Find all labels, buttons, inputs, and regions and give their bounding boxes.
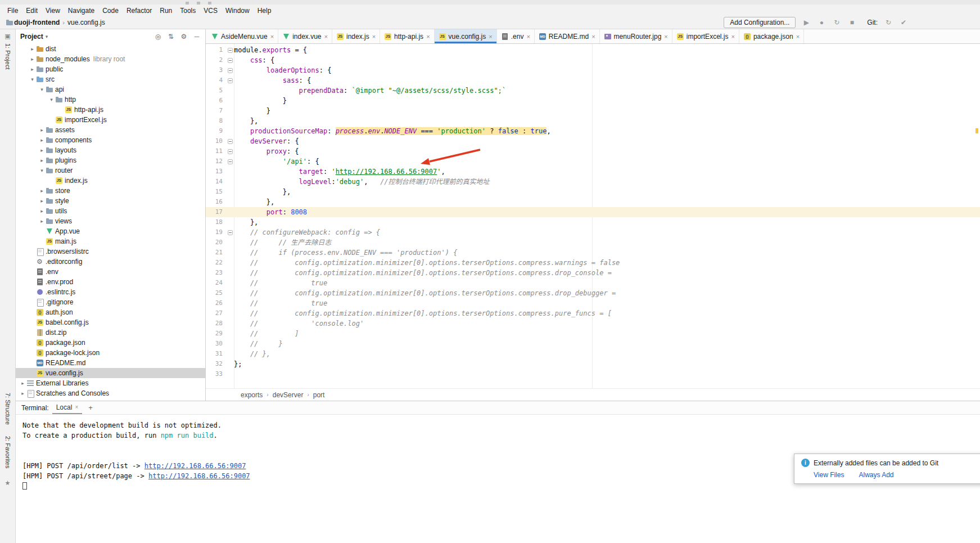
line-number[interactable]: 31: [206, 349, 226, 359]
close-icon[interactable]: ×: [75, 404, 78, 410]
line-number[interactable]: 9: [206, 126, 226, 136]
tree-item-node-modules[interactable]: ▸node_moduleslibrary root: [16, 54, 205, 64]
line-number[interactable]: 21: [206, 248, 226, 258]
tab-importexcel-js[interactable]: importExcel.js×: [672, 29, 739, 43]
terminal-link[interactable]: http://192.168.66.56:9007: [144, 462, 246, 470]
tab-menurouter-jpg[interactable]: menuRouter.jpg×: [600, 29, 672, 43]
code-line[interactable]: 25 // config.optimization.minimizer[0].o…: [206, 288, 980, 298]
view-files-link[interactable]: View Files: [814, 471, 844, 479]
line-number[interactable]: 28: [206, 318, 226, 329]
menu-tools[interactable]: Tools: [176, 6, 200, 16]
tree-item-http[interactable]: ▾http: [16, 95, 205, 105]
tab-package-json[interactable]: package.json×: [739, 29, 804, 43]
line-number[interactable]: 20: [206, 237, 226, 248]
code-line[interactable]: 16 },: [206, 197, 980, 207]
menu-window[interactable]: Window: [222, 6, 254, 16]
code-line[interactable]: 28 // 'console.log': [206, 318, 980, 329]
code-line[interactable]: 14 logLevel:'debug', //控制台终端打印代理前的真实地址: [206, 177, 980, 187]
git-commit-icon[interactable]: ✔: [899, 19, 908, 26]
close-icon[interactable]: ×: [372, 33, 376, 40]
tree-item-scratches-and-consoles[interactable]: ▸Scratches and Consoles: [16, 388, 205, 398]
tree-item-app-vue[interactable]: App.vue: [16, 226, 205, 236]
tree-item-views[interactable]: ▸views: [16, 216, 205, 226]
tree-item-public[interactable]: ▸public: [16, 64, 205, 74]
line-number[interactable]: 27: [206, 308, 226, 318]
line-number[interactable]: 32: [206, 359, 226, 369]
tree-item-env[interactable]: .env: [16, 267, 205, 277]
menu-help[interactable]: Help: [254, 6, 276, 16]
code-line[interactable]: 26 // true: [206, 298, 980, 308]
code-line[interactable]: 11 proxy: {: [206, 146, 980, 156]
tree-item-utils[interactable]: ▸utils: [16, 206, 205, 216]
code-line[interactable]: 30 // }: [206, 339, 980, 349]
tree-item-editorconfig[interactable]: .editorconfig: [16, 257, 205, 267]
terminal-title[interactable]: Terminal:: [21, 404, 49, 412]
close-icon[interactable]: ×: [324, 33, 328, 40]
tab-vue-config-js[interactable]: vue.config.js×: [435, 29, 497, 43]
close-icon[interactable]: ×: [489, 33, 492, 40]
collapsed-arrow-icon[interactable]: ▸: [38, 137, 46, 143]
tree-item-src[interactable]: ▾src: [16, 74, 205, 84]
breadcrumb-devserver[interactable]: devServer: [273, 391, 304, 399]
collapsed-arrow-icon[interactable]: ▸: [38, 208, 46, 214]
tab-http-api-js[interactable]: http-api.js×: [380, 29, 434, 43]
breadcrumb-file[interactable]: vue.config.js: [67, 19, 105, 26]
menu-refactor[interactable]: Refactor: [123, 6, 156, 16]
refresh-icon[interactable]: ↻: [832, 19, 841, 26]
fold-icon[interactable]: [226, 45, 234, 55]
line-number[interactable]: 14: [206, 177, 226, 187]
code-line[interactable]: 19 // configureWebpack: config => {: [206, 227, 980, 237]
menu-vcs[interactable]: VCS: [200, 6, 222, 16]
code-line[interactable]: 17 port: 8008: [206, 207, 980, 217]
tab-index-vue[interactable]: index.vue×: [278, 29, 332, 43]
code-line[interactable]: 12 '/api': {: [206, 156, 980, 167]
line-number[interactable]: 3: [206, 65, 226, 75]
code-line[interactable]: 2 css: {: [206, 55, 980, 65]
code-line[interactable]: 23 // config.optimization.minimizer[0].o…: [206, 268, 980, 278]
code-line[interactable]: 5 prependData: `@import "~@/assets/scss/…: [206, 86, 980, 96]
tree-item-store[interactable]: ▸store: [16, 186, 205, 196]
tab-index-js[interactable]: index.js×: [332, 29, 380, 43]
git-update-icon[interactable]: ↻: [884, 19, 893, 26]
line-number[interactable]: 8: [206, 116, 226, 126]
fold-icon[interactable]: [226, 156, 234, 167]
code-line[interactable]: 20 // // 生产去除日志: [206, 237, 980, 248]
code-line[interactable]: 33: [206, 369, 980, 379]
expanded-arrow-icon[interactable]: ▾: [48, 97, 55, 102]
fold-icon[interactable]: [226, 146, 234, 156]
tree-item-components[interactable]: ▸components: [16, 135, 205, 145]
editor-body[interactable]: 1module.exports = {2 css: {3 loaderOptio…: [206, 44, 980, 388]
line-number[interactable]: 25: [206, 288, 226, 298]
hide-panel-icon[interactable]: ─: [193, 33, 201, 41]
tree-item-main-js[interactable]: main.js: [16, 236, 205, 246]
line-number[interactable]: 6: [206, 96, 226, 106]
close-icon[interactable]: ×: [270, 33, 274, 40]
code-line[interactable]: 22 // config.optimization.minimizer[0].o…: [206, 258, 980, 268]
menu-file[interactable]: File: [3, 6, 22, 16]
code-line[interactable]: 21 // if (process.env.NODE_ENV === 'prod…: [206, 248, 980, 258]
fold-icon[interactable]: [226, 136, 234, 146]
tree-item-readme-md[interactable]: README.md: [16, 358, 205, 368]
menu-code[interactable]: Code: [98, 6, 123, 16]
close-icon[interactable]: ×: [731, 33, 734, 40]
fold-icon[interactable]: [226, 227, 234, 237]
tree-item-external-libraries[interactable]: ▸External Libraries: [16, 378, 205, 388]
tree-item-env-prod[interactable]: .env.prod: [16, 277, 205, 287]
code-line[interactable]: 31 // },: [206, 349, 980, 359]
tree-item-importexcel-js[interactable]: importExcel.js: [16, 115, 205, 125]
new-terminal-icon[interactable]: +: [85, 403, 96, 412]
collapsed-arrow-icon[interactable]: ▸: [38, 218, 46, 224]
debug-icon[interactable]: ●: [817, 19, 826, 26]
tree-item-api[interactable]: ▾api: [16, 84, 205, 95]
fold-icon[interactable]: [226, 65, 234, 75]
tree-item-eslintrc-js[interactable]: .eslintrc.js: [16, 287, 205, 297]
code-line[interactable]: 15 },: [206, 187, 980, 197]
collapsed-arrow-icon[interactable]: ▸: [38, 188, 46, 194]
project-dropdown-icon[interactable]: ▾: [46, 34, 48, 39]
collapsed-arrow-icon[interactable]: ▸: [19, 380, 26, 386]
line-number[interactable]: 15: [206, 187, 226, 197]
fold-icon[interactable]: [226, 75, 234, 86]
add-configuration-button[interactable]: Add Configuration...: [724, 17, 796, 28]
line-number[interactable]: 5: [206, 86, 226, 96]
line-number[interactable]: 16: [206, 197, 226, 207]
